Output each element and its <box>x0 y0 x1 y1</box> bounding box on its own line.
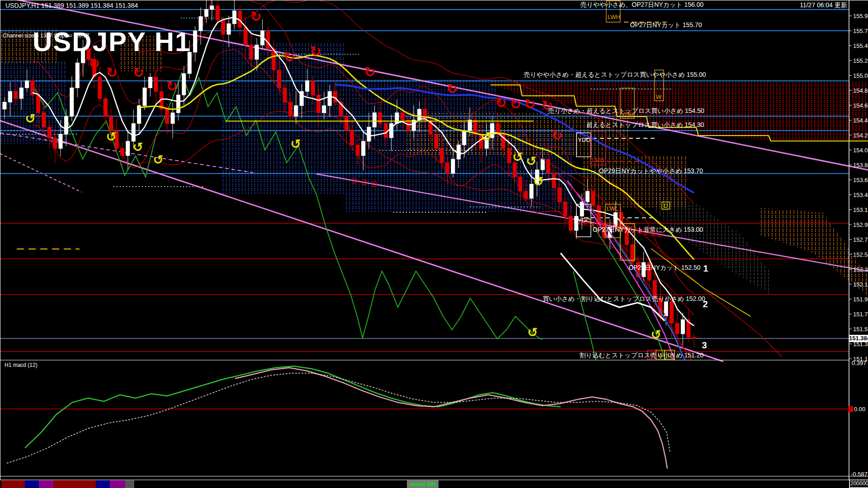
macd-pane-label: H1 macd (12) <box>5 362 38 368</box>
sell-signal-arrow-icon: ↻ <box>132 65 144 80</box>
pivot-box-label: LWL <box>607 205 618 212</box>
price-tick-label: 151.730 <box>853 311 868 318</box>
price-tick-label: 153.195 <box>853 206 868 213</box>
candle-body <box>165 109 169 124</box>
candle-body <box>552 174 556 188</box>
candle-body <box>42 113 46 127</box>
price-tick-label: 152.775 <box>853 236 868 243</box>
candle-body <box>451 159 455 174</box>
candle-body <box>278 70 281 88</box>
sell-signal-arrow-icon: ↻ <box>166 78 177 94</box>
timeline-session-segment <box>1 480 25 488</box>
candle-body <box>210 6 214 9</box>
price-tick-label: 151.940 <box>853 296 868 303</box>
price-tick-label: 154.655 <box>853 102 868 109</box>
candle-body <box>70 88 74 116</box>
target-number-label: 3 <box>702 340 707 351</box>
symbol-ohlc-readout: USDJPY,H1 151.389 151.389 151.384 151.38… <box>5 2 138 9</box>
candle-body <box>434 134 438 149</box>
candle-body <box>14 91 18 99</box>
candle-body <box>558 188 561 202</box>
op-level-annotation: OP27日NYカット 152.50 <box>629 264 701 272</box>
candle-body <box>306 81 309 92</box>
sell-signal-arrow-icon: ↻ <box>495 95 506 111</box>
candle-body <box>53 138 57 149</box>
candle-body <box>362 141 365 156</box>
pivot-box-label: LMH <box>592 156 604 163</box>
candle-body <box>250 45 253 60</box>
candle-body <box>120 149 124 156</box>
buy-signal-arrow-icon: ↺ <box>481 129 491 144</box>
candle-body <box>334 91 337 102</box>
price-tick-label: 152.360 <box>853 266 868 273</box>
candle-body <box>395 113 399 124</box>
candle-body <box>64 116 68 134</box>
candle-body <box>474 120 477 134</box>
buy-signal-arrow-icon: ↺ <box>25 111 35 126</box>
candle-body <box>692 338 696 339</box>
candle-body <box>356 145 359 156</box>
sell-signal-arrow-icon: ↻ <box>364 64 375 80</box>
candle-body <box>244 27 247 45</box>
price-tick-label: 151.525 <box>853 326 868 333</box>
pivot-box-label: W <box>656 94 662 100</box>
target-number-label: 2 <box>703 299 708 310</box>
price-tick-label: 151.315 <box>853 341 868 347</box>
buy-signal-arrow-icon: ↺ <box>153 152 163 167</box>
price-tick-label: 154.240 <box>853 132 868 139</box>
price-tick-label: 154.030 <box>853 147 868 154</box>
candle-body <box>104 99 107 116</box>
candle-body <box>462 131 466 145</box>
cloud-hatch <box>760 208 868 296</box>
chart-watermark: USDJPY H1 <box>33 26 191 57</box>
candle-body <box>19 88 23 99</box>
op-level-annotation: OP27日NYカット非常に大きめ 153.00 <box>593 226 703 234</box>
candle-body <box>143 88 146 105</box>
timeline-session-segment <box>39 480 53 488</box>
price-tick-label: 154.450 <box>853 117 868 124</box>
candle-body <box>418 109 421 120</box>
op-level-annotation: 買い小さめ・割り込むとストップロス売り小さめ 152.00 <box>542 295 705 303</box>
candle-body <box>47 127 51 138</box>
candle-body <box>446 163 449 174</box>
candle-body <box>266 31 270 48</box>
price-tick-label: 155.285 <box>853 57 868 64</box>
macd-toggle-button[interactable]: macd ON <box>407 480 439 488</box>
candle-body <box>322 106 326 113</box>
buy-signal-arrow-icon: ↺ <box>651 327 661 342</box>
price-tick-label: 152.565 <box>853 251 868 258</box>
candle-body <box>288 102 292 117</box>
buy-signal-arrow-icon: ↺ <box>533 174 543 189</box>
macd-min-value: -0.587 <box>851 471 868 478</box>
price-tick-label: 155.910 <box>853 13 868 19</box>
op-level-annotation: OP27日NYカット 155.70 <box>630 21 702 29</box>
candle-body <box>98 77 102 99</box>
volume-readout: 200000 <box>849 480 868 488</box>
macd-zero-value: 0.00 <box>854 406 865 413</box>
chart-canvas[interactable]: LWHWYDHYDOLMHYDCLWLDYDLMWD↻↻↻↻↻↻↻↻↻↻↻↻↻↻… <box>0 0 868 488</box>
candle-body <box>8 91 12 102</box>
buy-signal-arrow-icon: ↺ <box>512 150 523 164</box>
buy-signal-arrow-icon: ↺ <box>527 325 538 340</box>
macd-zero-marker <box>848 406 853 412</box>
sell-signal-arrow-icon: ↻ <box>524 96 535 112</box>
candle-body <box>132 123 135 141</box>
pivot-box-label: LWH <box>608 14 620 20</box>
candle-body <box>59 134 62 149</box>
candle-body <box>176 95 180 113</box>
sell-signal-arrow-icon: ↻ <box>509 96 521 112</box>
op-level-annotation: 売りやや小さめ、OP27日NYカット 156.00 <box>580 1 704 9</box>
price-tick-label: 155.490 <box>853 42 868 49</box>
candle-body <box>384 123 387 138</box>
candle-body <box>283 88 287 102</box>
candle-body <box>216 6 219 20</box>
price-tick-label: 152.150 <box>853 281 868 288</box>
price-tick-label: 155.700 <box>853 28 868 34</box>
candle-body <box>367 127 371 141</box>
candle-body <box>193 31 197 52</box>
candle-body <box>316 95 320 113</box>
macd-signal-line <box>7 373 670 463</box>
candle-body <box>109 116 113 131</box>
buy-signal-arrow-icon: ↺ <box>290 136 301 151</box>
candle-body <box>311 81 315 95</box>
